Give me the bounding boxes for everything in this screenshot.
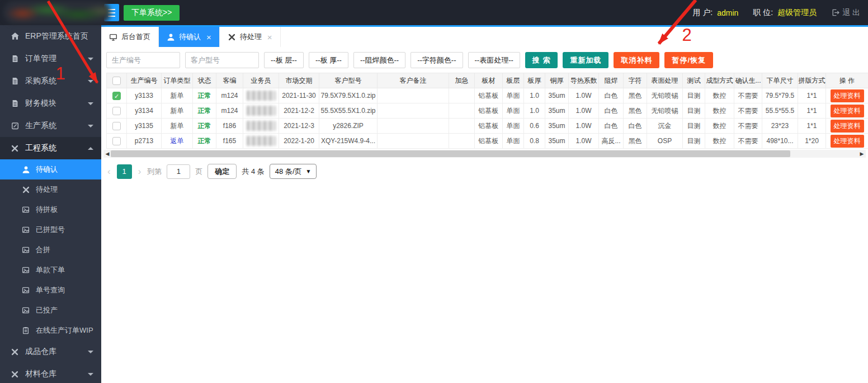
close-icon[interactable]: × (206, 32, 211, 42)
cell-text: 1*1 (806, 122, 817, 130)
row-checkbox[interactable] (112, 122, 121, 130)
sidebar-item-工程系统[interactable]: 工程系统 (0, 137, 101, 159)
horizontal-scrollbar[interactable]: ◀ ▶ (103, 150, 866, 158)
row-select-cell: ✓ (107, 88, 127, 103)
cell-板厚: 1.0 (524, 103, 545, 119)
filter-dropdown-表面处理[interactable]: --表面处理-- (468, 52, 520, 68)
toolbar-button-取消补料[interactable]: 取消补料 (614, 52, 659, 68)
page-unit-label: 页 (195, 167, 202, 177)
sidebar-item-合拼[interactable]: 合拼 (0, 240, 101, 260)
chevron-down-icon: ▼ (306, 168, 312, 174)
toolbar-button-搜 索[interactable]: 搜 索 (525, 52, 558, 68)
cell-板材: 铝基板 (475, 134, 503, 149)
row-checkbox[interactable] (112, 107, 121, 115)
close-icon[interactable]: × (267, 32, 272, 42)
order-system-button[interactable]: 下单系统>> (124, 5, 180, 21)
cell-板层: 单面 (503, 134, 524, 149)
toolbar-button-暂停/恢复[interactable]: 暂停/恢复 (664, 52, 713, 68)
column-header-表面处理: 表面处理 (647, 73, 683, 88)
cell-成型方式: 数控 (705, 134, 734, 149)
sidebar-item-在线生产订单WIP[interactable]: 在线生产订单WIP (0, 320, 101, 341)
filter-dropdown-字符颜色[interactable]: --字符颜色-- (411, 52, 463, 68)
cell-加急 (449, 134, 475, 149)
cell-text: 1.0W (575, 92, 591, 100)
sidebar-item-待处理[interactable]: 待处理 (0, 179, 101, 200)
caret-down-icon (88, 351, 93, 353)
tab-待确认[interactable]: 待确认× (159, 27, 220, 47)
cell-客户备注 (378, 119, 449, 134)
production-number-input[interactable] (106, 52, 180, 68)
process-data-button[interactable]: 处理资料 (831, 120, 864, 133)
cell-text: 2022-1-20 (284, 137, 314, 145)
filter-dropdown-阻焊颜色[interactable]: --阻焊颜色-- (353, 52, 405, 68)
sidebar-item-材料仓库[interactable]: 材料仓库 (0, 363, 101, 383)
page-size-select[interactable]: 48 条/页 ▼ (270, 164, 317, 179)
cell-拼版方式: 1*20 (798, 134, 826, 149)
wrench-icon (10, 144, 20, 153)
sidebar-item-订单管理[interactable]: 订单管理 (0, 48, 101, 70)
cell-text: 目测 (687, 107, 701, 115)
tab-待处理[interactable]: 待处理× (220, 27, 281, 47)
cell-text: m124 (221, 92, 238, 100)
cell-text: 单面 (507, 122, 520, 130)
cell-导热系数: 1.0W (569, 134, 599, 149)
cell-业务员 (243, 103, 279, 119)
tab-后台首页[interactable]: 后台首页 (101, 27, 159, 47)
table-row: ✓y3133新单正常m1242021-11-3079.5X79.5X1.0.zi… (107, 88, 868, 103)
sidebar-item-label: 单款下单 (36, 265, 65, 275)
scroll-right-arrow-icon[interactable]: ▶ (858, 150, 866, 158)
sidebar-item-生产系统[interactable]: 生产系统 (0, 115, 101, 137)
cell-测试: 目测 (683, 103, 705, 119)
sidebar-item-待拼板[interactable]: 待拼板 (0, 200, 101, 220)
next-page-icon[interactable]: › (137, 167, 143, 176)
row-checkbox[interactable]: ✓ (112, 92, 121, 100)
prev-page-icon[interactable]: ‹ (106, 167, 112, 176)
sidebar-item-单款下单[interactable]: 单款下单 (0, 260, 101, 280)
sidebar-item-单号查询[interactable]: 单号查询 (0, 280, 101, 300)
cell-阻焊: 白色 (599, 88, 624, 103)
process-data-button[interactable]: 处理资料 (831, 135, 864, 148)
cell-客户型号: 55.5X55.5X1.0.zip (319, 103, 378, 119)
caret-down-icon (88, 58, 93, 60)
cell-text: 2021-12-2 (284, 107, 314, 115)
cell-表面处理: 沉金 (647, 119, 683, 134)
sidebar-item-已拼型号[interactable]: 已拼型号 (0, 220, 101, 240)
filter-dropdown-板 层[interactable]: --板 层-- (264, 52, 304, 68)
toolbar-button-重新加载[interactable]: 重新加载 (563, 52, 608, 68)
cell-text: 35um (548, 107, 565, 115)
process-data-button[interactable]: 处理资料 (831, 105, 864, 117)
cell-text: 2021-11-30 (282, 92, 316, 100)
cell-订单类型: 返单 (162, 134, 193, 149)
page-number-input[interactable] (167, 164, 190, 179)
company-logo (3, 1, 111, 24)
scrollbar-thumb[interactable] (111, 150, 790, 157)
sidebar-item-成品仓库[interactable]: 成品仓库 (0, 341, 101, 363)
column-header-测试: 测试 (683, 73, 705, 88)
goto-confirm-button[interactable]: 确定 (207, 164, 237, 179)
row-checkbox[interactable] (112, 137, 121, 145)
sidebar-item-已投产[interactable]: 已投产 (0, 300, 101, 320)
wrench-icon (10, 347, 20, 357)
logout-button[interactable]: 退 出 (831, 8, 860, 18)
current-page-button[interactable]: 1 (117, 164, 132, 179)
sidebar-item-采购系统[interactable]: 采购系统 (0, 70, 101, 92)
cell-客户备注 (378, 103, 449, 119)
select-all-checkbox[interactable] (112, 77, 121, 85)
sidebar-item-待确认[interactable]: 待确认 (0, 159, 101, 179)
tab-label: 待确认 (179, 32, 201, 42)
cell-成型方式: 数控 (705, 103, 734, 119)
filter-dropdown-板 厚[interactable]: --板 厚-- (309, 52, 348, 68)
cell-text: 1.0W (575, 107, 591, 115)
process-data-button[interactable]: 处理资料 (831, 89, 864, 102)
scroll-left-arrow-icon[interactable]: ◀ (103, 150, 111, 158)
column-header-操 作: 操 作 (826, 73, 868, 88)
cell-板材: 铝基板 (475, 119, 503, 134)
column-header-成型方式: 成型方式 (705, 73, 734, 88)
sidebar-item-ERP管理系统首页[interactable]: ERP管理系统首页 (0, 25, 101, 48)
sidebar-item-财务模块[interactable]: 财务模块 (0, 92, 101, 115)
cell-text: 79.5X79.5X1.0.zip (320, 92, 375, 100)
desktop-icon (109, 33, 117, 41)
cell-text: f186 (223, 122, 236, 130)
customer-model-input[interactable] (185, 52, 259, 68)
column-header-业务员: 业务员 (243, 73, 279, 88)
